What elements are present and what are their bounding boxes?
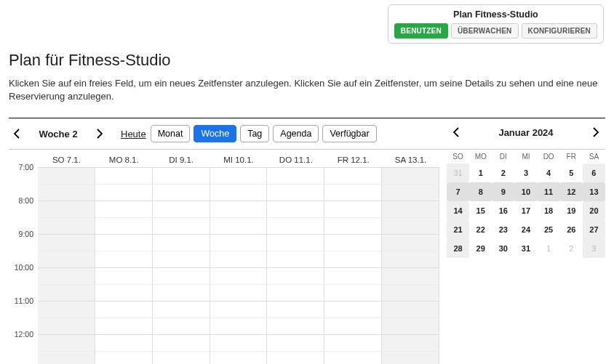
- mini-calendar-day[interactable]: 29: [469, 239, 492, 258]
- calendar-slot[interactable]: [267, 201, 324, 217]
- mini-calendar-day[interactable]: 28: [447, 239, 469, 258]
- calendar-slot[interactable]: [382, 234, 439, 251]
- mini-calendar-day[interactable]: 2: [492, 163, 514, 182]
- calendar-slot[interactable]: [267, 184, 324, 201]
- calendar-slot[interactable]: [324, 284, 382, 301]
- mini-calendar-day[interactable]: 17: [514, 201, 537, 220]
- mini-calendar-day[interactable]: 20: [583, 201, 605, 220]
- calendar-slot[interactable]: [153, 334, 210, 351]
- calendar-slot[interactable]: [153, 318, 210, 334]
- calendar-slot[interactable]: [382, 184, 439, 201]
- calendar-slot[interactable]: [324, 334, 382, 351]
- mini-calendar-day[interactable]: 10: [514, 182, 537, 201]
- calendar-slot[interactable]: [324, 184, 382, 201]
- calendar-slot[interactable]: [38, 234, 95, 251]
- calendar-slot[interactable]: [382, 334, 439, 351]
- calendar-slot[interactable]: [267, 334, 324, 351]
- mini-calendar-day[interactable]: 31: [447, 163, 469, 182]
- next-week-button[interactable]: [92, 126, 108, 142]
- mini-calendar-day[interactable]: 11: [538, 182, 560, 201]
- calendar-slot[interactable]: [38, 284, 95, 301]
- mini-calendar-day[interactable]: 25: [538, 220, 560, 239]
- mini-calendar-day[interactable]: 14: [447, 201, 469, 220]
- mini-calendar-day[interactable]: 1: [538, 239, 560, 258]
- mini-calendar-day[interactable]: 3: [583, 239, 605, 258]
- calendar-slot[interactable]: [382, 284, 439, 301]
- mini-calendar-day[interactable]: 13: [583, 182, 605, 201]
- calendar-slot[interactable]: [324, 234, 382, 251]
- mini-calendar-day[interactable]: 2: [560, 239, 583, 258]
- next-month-button[interactable]: [589, 124, 602, 140]
- calendar-slot[interactable]: [38, 201, 95, 217]
- calendar-slot[interactable]: [95, 334, 153, 351]
- calendar-slot[interactable]: [267, 217, 324, 234]
- mini-calendar-day[interactable]: 3: [514, 163, 537, 182]
- calendar-slot[interactable]: [267, 301, 324, 318]
- view-week-button[interactable]: Woche: [194, 125, 236, 142]
- calendar-slot[interactable]: [267, 284, 324, 301]
- prev-month-button[interactable]: [450, 124, 463, 140]
- use-button[interactable]: BENUTZEN: [394, 23, 448, 39]
- configure-button[interactable]: KONFIGURIEREN: [522, 23, 598, 39]
- calendar-slot[interactable]: [153, 267, 210, 284]
- mini-calendar-day[interactable]: 27: [583, 220, 605, 239]
- calendar-slot[interactable]: [210, 334, 268, 351]
- calendar-slot[interactable]: [153, 284, 210, 301]
- calendar-slot[interactable]: [210, 217, 268, 234]
- calendar-slot[interactable]: [210, 167, 268, 184]
- calendar-slot[interactable]: [382, 301, 439, 318]
- calendar-slot[interactable]: [324, 201, 382, 217]
- calendar-slot[interactable]: [382, 318, 439, 334]
- view-agenda-button[interactable]: Agenda: [273, 125, 319, 142]
- calendar-slot[interactable]: [382, 267, 439, 284]
- calendar-slot[interactable]: [210, 201, 268, 217]
- calendar-slot[interactable]: [95, 234, 153, 251]
- calendar-slot[interactable]: [95, 301, 153, 318]
- mini-calendar-day[interactable]: 5: [560, 163, 583, 182]
- calendar-slot[interactable]: [210, 267, 268, 284]
- calendar-slot[interactable]: [153, 351, 210, 364]
- calendar-slot[interactable]: [95, 318, 153, 334]
- calendar-slot[interactable]: [210, 251, 268, 267]
- calendar-slot[interactable]: [38, 251, 95, 267]
- calendar-slot[interactable]: [382, 351, 439, 364]
- today-link[interactable]: Heute: [121, 129, 146, 139]
- mini-calendar-day[interactable]: 21: [447, 220, 469, 239]
- prev-week-button[interactable]: [9, 126, 25, 142]
- mini-calendar-day[interactable]: 4: [538, 163, 560, 182]
- calendar-slot[interactable]: [153, 251, 210, 267]
- calendar-slot[interactable]: [210, 318, 268, 334]
- monitor-button[interactable]: ÜBERWACHEN: [451, 23, 519, 39]
- calendar-slot[interactable]: [267, 351, 324, 364]
- calendar-slot[interactable]: [324, 318, 382, 334]
- calendar-slot[interactable]: [210, 301, 268, 318]
- calendar-slot[interactable]: [95, 201, 153, 217]
- calendar-slot[interactable]: [324, 217, 382, 234]
- mini-calendar-day[interactable]: 23: [492, 220, 514, 239]
- calendar-slot[interactable]: [324, 251, 382, 267]
- calendar-slot[interactable]: [267, 267, 324, 284]
- calendar-slot[interactable]: [324, 351, 382, 364]
- mini-calendar-day[interactable]: 22: [469, 220, 492, 239]
- calendar-slot[interactable]: [38, 318, 95, 334]
- calendar-slot[interactable]: [153, 184, 210, 201]
- calendar-slot[interactable]: [38, 301, 95, 318]
- calendar-slot[interactable]: [210, 351, 268, 364]
- calendar-slot[interactable]: [95, 184, 153, 201]
- calendar-slot[interactable]: [210, 184, 268, 201]
- calendar-slot[interactable]: [153, 234, 210, 251]
- mini-calendar-day[interactable]: 12: [560, 182, 583, 201]
- calendar-slot[interactable]: [210, 284, 268, 301]
- mini-calendar-day[interactable]: 1: [469, 163, 492, 182]
- view-day-button[interactable]: Tag: [240, 125, 269, 142]
- calendar-slot[interactable]: [95, 267, 153, 284]
- calendar-slot[interactable]: [382, 167, 439, 184]
- calendar-slot[interactable]: [95, 167, 153, 184]
- mini-calendar-day[interactable]: 8: [469, 182, 492, 201]
- calendar-slot[interactable]: [95, 251, 153, 267]
- calendar-slot[interactable]: [382, 201, 439, 217]
- calendar-slot[interactable]: [38, 184, 95, 201]
- mini-calendar-day[interactable]: 30: [492, 239, 514, 258]
- calendar-slot[interactable]: [153, 201, 210, 217]
- mini-calendar-day[interactable]: 6: [583, 163, 605, 182]
